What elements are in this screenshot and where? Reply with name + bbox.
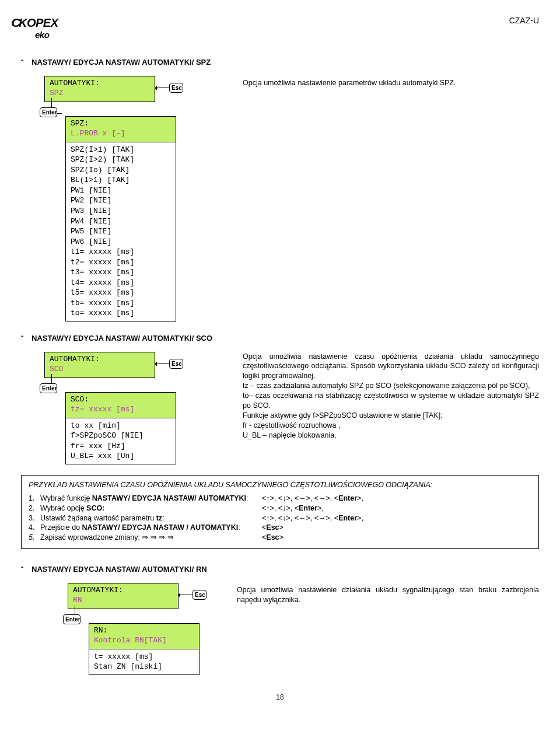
rn-title: NASTAWY/ EDYCJA NASTAW/ AUTOMATYKI/ RN bbox=[32, 564, 207, 575]
sco-title: NASTAWY/ EDYCJA NASTAW/ AUTOMATYKI/ SCO bbox=[32, 333, 212, 344]
sco-p5: U_BL – napięcie blokowania. bbox=[243, 431, 539, 441]
menu-line2: SCO bbox=[50, 364, 150, 375]
list-item: PW4 [NIE] bbox=[71, 216, 171, 227]
example-keys: <↑>, <↓>, <Enter>, bbox=[262, 504, 531, 513]
list-item: fr= xxx [Hz] bbox=[71, 441, 171, 452]
sco-p1: Opcja umożliwia nastawienie czasu opóźni… bbox=[243, 352, 539, 382]
logo-eko: eko bbox=[35, 29, 58, 41]
rn-diagram: AUTOMATYKI: RN Esc Enter RN: Kontrola RN… bbox=[68, 583, 219, 675]
enter-button[interactable]: Enter bbox=[40, 107, 57, 118]
list-item: PW6 [NIE] bbox=[71, 237, 171, 247]
example-title: PRZYKŁAD NASTAWIENIA CZASU OPÓŹNIENIA UK… bbox=[29, 480, 531, 490]
list-spz: SPZ(I>1) [TAK]SPZ(I>2) [TAK]SPZ(Io) [TAK… bbox=[65, 142, 176, 321]
list-item: PW1 [NIE] bbox=[71, 186, 171, 196]
list-item: t4= xxxxx [ms] bbox=[71, 278, 171, 288]
list-item: tb= xxxxx [ms] bbox=[71, 298, 171, 309]
sco-desc: Opcja umożliwia nastawienie czasu opóźni… bbox=[225, 352, 539, 441]
esc-button[interactable]: Esc bbox=[169, 359, 183, 369]
example-row: 2.Wybrać opcję SCO:<↑>, <↓>, <Enter>, bbox=[29, 504, 531, 513]
spz-desc: Opcja umożliwia nastawienie parametrów u… bbox=[225, 76, 539, 88]
menu-line1: AUTOMATYKI: bbox=[50, 354, 150, 365]
list-item: PW5 [NIE] bbox=[71, 226, 171, 237]
menu-line2: RN bbox=[73, 595, 173, 606]
list-item: SPZ(I>2) [TAK] bbox=[71, 155, 171, 165]
example-num: 4. bbox=[29, 523, 40, 533]
list-item: to xx [min] bbox=[71, 421, 171, 431]
spz-title: NASTAWY/ EDYCJA NASTAW/ AUTOMATYKI/ SPZ bbox=[32, 57, 211, 68]
list-item: Stan ZN [niski] bbox=[94, 662, 194, 672]
example-row: 4.Przejście do NASTAWY/ EDYCJA NASTAW / … bbox=[29, 523, 531, 533]
example-keys: <Esc> bbox=[262, 523, 531, 533]
list-item: BL(I>1) [TAK] bbox=[71, 175, 171, 186]
example-box: PRZYKŁAD NASTAWIENIA CZASU OPÓŹNIENIA UK… bbox=[21, 475, 539, 549]
logo: CKOPEX eko bbox=[12, 15, 58, 41]
list-item: SPZ(I>1) [TAK] bbox=[71, 145, 171, 155]
sub-line1: SCO: bbox=[71, 394, 171, 405]
example-list: 1.Wybrać funkcję NASTAWY/ EDYCJA NASTAW/… bbox=[29, 494, 531, 543]
list-item: t= xxxxx [ms] bbox=[94, 652, 194, 662]
list-item: SPZ(Io) [TAK] bbox=[71, 165, 171, 176]
example-keys: <↑>, <↓>, <←>, <→>, <Enter>, bbox=[262, 513, 531, 523]
list-item: U_BL= xxx [Un] bbox=[71, 451, 171, 462]
list-item: t3= xxxxx [ms] bbox=[71, 267, 171, 278]
menu-line2: SPZ bbox=[50, 88, 150, 99]
sco-p2a: tz – czas zadziałania automatyki SPZ po … bbox=[243, 381, 539, 391]
doc-header: CKOPEX eko CZAZ-U bbox=[21, 14, 539, 47]
menu-sco-sub: SCO: tz= xxxxx [ms] bbox=[65, 392, 176, 418]
example-row: 1.Wybrać funkcję NASTAWY/ EDYCJA NASTAW/… bbox=[29, 494, 531, 504]
logo-kopex: CKOPEX bbox=[12, 15, 58, 31]
spz-diagram: AUTOMATYKI: SPZ Esc Enter SPZ: L.PROB x … bbox=[44, 76, 225, 321]
list-item: t2= xxxxx [ms] bbox=[71, 257, 171, 268]
menu-automatyki-spz: AUTOMATYKI: SPZ bbox=[44, 76, 155, 102]
section-sco-title: - NASTAWY/ EDYCJA NASTAW/ AUTOMATYKI/ SC… bbox=[21, 331, 539, 349]
esc-button[interactable]: Esc bbox=[192, 590, 206, 600]
example-keys: <Esc> bbox=[262, 533, 531, 543]
example-row: 3.Ustawić żądaną wartość parametru tz:<↑… bbox=[29, 513, 531, 523]
enter-button[interactable]: Enter bbox=[40, 383, 57, 394]
sco-p4: fr - częstotliwość rozruchowa , bbox=[243, 421, 539, 431]
menu-line1: AUTOMATYKI: bbox=[50, 78, 150, 89]
sco-p2b: to– czas oczekiwania na stabilizację czę… bbox=[243, 391, 539, 411]
list-item: f>SPZpoSCO [NIE] bbox=[71, 431, 171, 441]
sub-line1: RN: bbox=[94, 625, 194, 636]
sco-diagram: AUTOMATYKI: SCO Esc Enter SCO: tz= xxxxx… bbox=[44, 352, 225, 464]
rn-desc: Opcja umożliwia nastawienie działania uk… bbox=[219, 583, 539, 605]
sub-line2: Kontrola RN[TAK] bbox=[94, 635, 194, 646]
menu-spz-sub: SPZ: L.PROB x [-] bbox=[65, 116, 176, 142]
example-num: 5. bbox=[29, 533, 40, 543]
section-spz-title: - NASTAWY/ EDYCJA NASTAW/ AUTOMATYKI/ SP… bbox=[21, 55, 539, 74]
sub-line1: SPZ: bbox=[71, 118, 171, 129]
example-num: 3. bbox=[29, 513, 40, 523]
menu-automatyki-rn: AUTOMATYKI: RN bbox=[68, 583, 178, 609]
list-rn: t= xxxxx [ms]Stan ZN [niski] bbox=[89, 649, 200, 675]
model-label: CZAZ-U bbox=[509, 15, 539, 26]
menu-rn-sub: RN: Kontrola RN[TAK] bbox=[89, 623, 200, 649]
sub-line2: L.PROB x [-] bbox=[71, 128, 171, 139]
list-item: PW3 [NIE] bbox=[71, 206, 171, 216]
esc-button[interactable]: Esc bbox=[169, 83, 183, 93]
enter-button[interactable]: Enter bbox=[63, 614, 80, 625]
example-label: Przejście do NASTAWY/ EDYCJA NASTAW / AU… bbox=[40, 523, 262, 533]
example-label: Wybrać opcję SCO: bbox=[40, 504, 262, 513]
list-item: t1= xxxxx [ms] bbox=[71, 247, 171, 257]
page-number: 18 bbox=[21, 693, 539, 702]
list-sco: to xx [min]f>SPZpoSCO [NIE]fr= xxx [Hz]U… bbox=[65, 418, 176, 464]
menu-automatyki-sco: AUTOMATYKI: SCO bbox=[44, 352, 155, 378]
example-label: Wybrać funkcję NASTAWY/ EDYCJA NASTAW/ A… bbox=[40, 494, 262, 504]
sub-line2: tz= xxxxx [ms] bbox=[71, 404, 171, 415]
example-row: 5.Zapisać wprowadzone zmiany: ⇒ ⇒ ⇒ ⇒<Es… bbox=[29, 533, 531, 543]
list-item: t5= xxxxx [ms] bbox=[71, 288, 171, 298]
example-num: 2. bbox=[29, 504, 40, 513]
example-num: 1. bbox=[29, 494, 40, 504]
example-keys: <↑>, <↓>, <←>, <→>, <Enter>, bbox=[262, 494, 531, 504]
example-label: Zapisać wprowadzone zmiany: ⇒ ⇒ ⇒ ⇒ bbox=[40, 533, 262, 543]
logo-text: KOPEX bbox=[19, 16, 58, 29]
section-rn-title: - NASTAWY/ EDYCJA NASTAW/ AUTOMATYKI/ RN bbox=[21, 562, 539, 581]
example-label: Ustawić żądaną wartość parametru tz: bbox=[40, 513, 262, 523]
list-item: PW2 [NIE] bbox=[71, 195, 171, 206]
sco-p3: Funkcje aktywne gdy f>SPZpoSCO ustawione… bbox=[243, 411, 539, 421]
list-item: to= xxxxx [ms] bbox=[71, 308, 171, 319]
menu-line1: AUTOMATYKI: bbox=[73, 585, 173, 596]
